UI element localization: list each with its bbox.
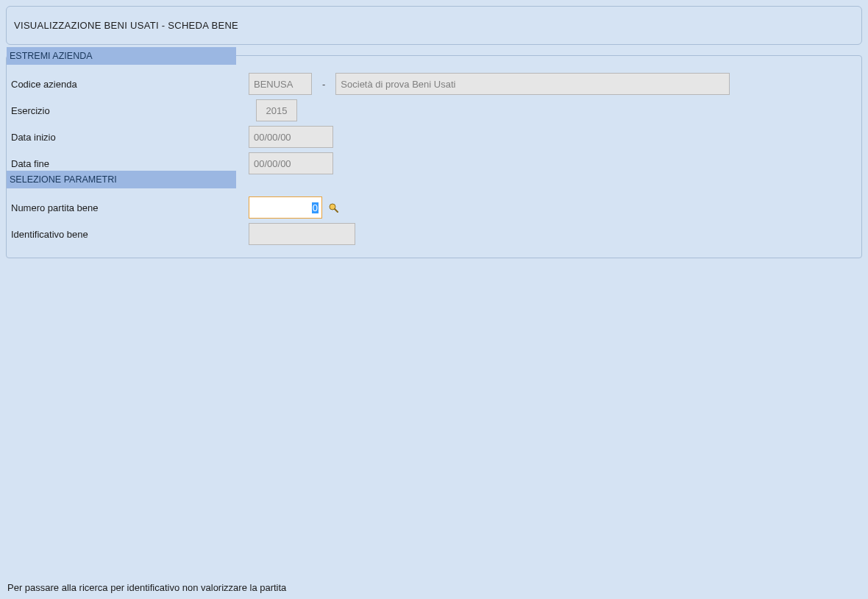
desc-azienda-field: Società di prova Beni Usati xyxy=(335,73,730,95)
label-numero-partita: Numero partita bene xyxy=(10,202,249,213)
label-identificativo: Identificativo bene xyxy=(10,229,249,240)
page-header-panel: VISUALIZZAZIONE BENI USATI - SCHEDA BENE xyxy=(6,6,862,45)
form-panel: ESTREMI AZIENDA Codice azienda BENUSA - … xyxy=(6,55,862,258)
label-esercizio: Esercizio xyxy=(10,105,249,116)
label-data-inizio: Data inizio xyxy=(10,132,249,143)
svg-line-1 xyxy=(335,209,338,212)
numero-partita-value: 0 xyxy=(312,202,319,213)
row-data-inizio: Data inizio 00/00/00 xyxy=(7,124,861,150)
field-group-codice: BENUSA - Società di prova Beni Usati xyxy=(249,73,730,95)
label-data-fine: Data fine xyxy=(10,158,249,169)
row-identificativo: Identificativo bene xyxy=(7,221,861,247)
lookup-icon[interactable] xyxy=(328,202,338,213)
section-heading-azienda: ESTREMI AZIENDA xyxy=(7,47,236,65)
identificativo-input[interactable] xyxy=(249,223,355,245)
row-numero-partita: Numero partita bene 0 xyxy=(7,194,861,221)
row-esercizio: Esercizio 2015 xyxy=(7,97,861,124)
footer-hint: Per passare alla ricerca per identificat… xyxy=(7,582,286,593)
esercizio-field: 2015 xyxy=(256,99,297,121)
section-heading-parametri: SELEZIONE PARAMETRI xyxy=(7,171,236,188)
page-title: VISUALIZZAZIONE BENI USATI - SCHEDA BENE xyxy=(14,20,854,31)
data-fine-field: 00/00/00 xyxy=(249,152,333,174)
row-codice-azienda: Codice azienda BENUSA - Società di prova… xyxy=(7,71,861,97)
codice-azienda-field: BENUSA xyxy=(249,73,312,95)
numero-partita-input[interactable]: 0 xyxy=(249,196,322,219)
separator: - xyxy=(316,79,331,90)
data-inizio-field: 00/00/00 xyxy=(249,126,333,148)
label-codice-azienda: Codice azienda xyxy=(10,79,249,90)
